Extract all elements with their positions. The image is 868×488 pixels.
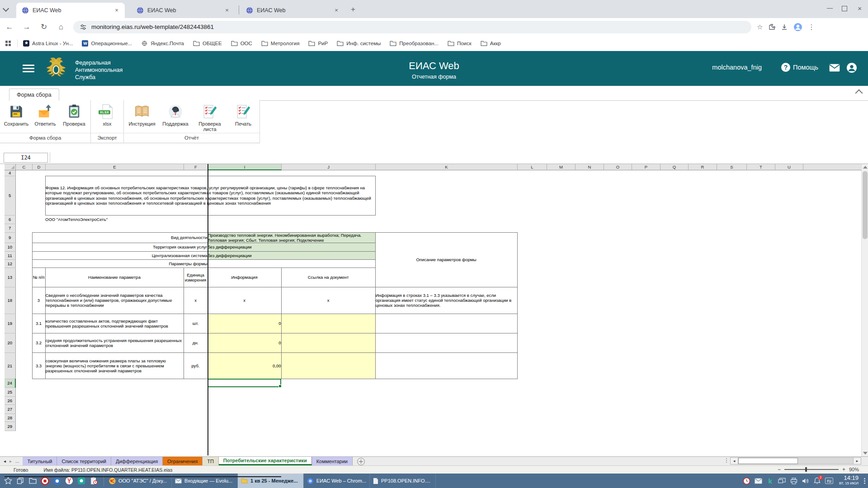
- forward-icon[interactable]: →: [19, 21, 34, 33]
- param-unit-cell[interactable]: руб.: [184, 352, 208, 379]
- param-name-cell[interactable]: средняя продолжительность устранения пре…: [45, 333, 184, 352]
- sheet-tab-kommentarii[interactable]: Комментарии: [312, 457, 353, 465]
- sheet-cell[interactable]: [32, 379, 45, 387]
- sheet-tab-titulny[interactable]: Титульный: [23, 457, 57, 465]
- sheet-cell[interactable]: [15, 224, 866, 232]
- param-link-cell[interactable]: [281, 314, 375, 333]
- bookmark-folder-obshchee[interactable]: ОБЩЕЕ: [193, 41, 222, 46]
- info-value-cell[interactable]: без дифференциации: [208, 243, 375, 251]
- bookmark-folder-rir[interactable]: РиР: [308, 41, 328, 46]
- print-button[interactable]: Печать: [229, 104, 258, 132]
- info-label-cell[interactable]: Параметры формы: [32, 259, 208, 267]
- sheet-tab-differentsiatsiya[interactable]: Дифференциация: [111, 457, 163, 465]
- param-num-cell[interactable]: 3.2: [32, 333, 45, 352]
- downloads-icon[interactable]: [781, 23, 788, 31]
- column-header[interactable]: L: [518, 164, 547, 170]
- table-header-cell[interactable]: Наименование параметра: [45, 267, 184, 287]
- sheet-cell[interactable]: [15, 251, 32, 259]
- browser-tab-3[interactable]: ЕИАС Web ×: [241, 3, 344, 18]
- info-label-cell[interactable]: Территория оказания услуг: [32, 243, 208, 251]
- sheet-cell[interactable]: [15, 333, 32, 352]
- check-button[interactable]: Проверка: [60, 104, 89, 132]
- sheet-cell[interactable]: [375, 215, 866, 224]
- param-info-cell[interactable]: 0: [208, 314, 281, 333]
- new-tab-button[interactable]: +: [349, 5, 357, 14]
- sheet-tab-potrebitelskie-active[interactable]: Потребительские характеристики: [219, 457, 312, 465]
- address-bar[interactable]: monitoring.eias.ru/web-template/24824438…: [73, 21, 751, 33]
- param-unit-cell[interactable]: шт.: [184, 314, 208, 333]
- column-header[interactable]: U: [775, 164, 803, 170]
- sheet-cell[interactable]: [517, 333, 866, 352]
- param-link-cell[interactable]: [281, 352, 375, 379]
- bookmark-folder-metrologia[interactable]: Метрология: [261, 41, 300, 46]
- scroll-up-icon[interactable]: [863, 166, 868, 169]
- yandex-icon[interactable]: [65, 476, 74, 485]
- k-description-cell[interactable]: Описание параметров формы: [375, 232, 517, 287]
- sheet-cell[interactable]: [184, 379, 208, 387]
- column-header[interactable]: N: [576, 164, 604, 170]
- sheet-cell[interactable]: [15, 404, 866, 413]
- param-info-cell[interactable]: х: [208, 287, 281, 314]
- param-desc-cell[interactable]: [375, 352, 517, 379]
- instruction-button[interactable]: Инструкция: [126, 104, 158, 132]
- window-minimize-button[interactable]: —: [827, 5, 833, 11]
- support-button[interactable]: Поддержка: [160, 104, 191, 132]
- sheet-cell[interactable]: [517, 232, 866, 243]
- site-settings-icon[interactable]: [80, 23, 87, 31]
- sheet-cell[interactable]: [15, 232, 32, 243]
- param-info-cell[interactable]: 0,00: [208, 352, 281, 379]
- column-header[interactable]: Q: [660, 164, 689, 170]
- param-num-cell[interactable]: 3.1: [32, 314, 45, 333]
- apps-grid-icon[interactable]: [5, 41, 11, 46]
- sheet-cell[interactable]: [517, 314, 866, 333]
- home-icon[interactable]: ⌂: [53, 21, 69, 33]
- row-header[interactable]: 18: [5, 287, 15, 314]
- row-header[interactable]: 12: [5, 259, 15, 267]
- zoom-slider-handle[interactable]: [805, 467, 807, 472]
- teal-app-icon[interactable]: [77, 476, 86, 485]
- row-header[interactable]: 11: [5, 251, 15, 259]
- back-icon[interactable]: ←: [2, 21, 17, 33]
- vertical-scroll-thumb[interactable]: [863, 171, 868, 239]
- notifications-bell-icon[interactable]: 2: [813, 477, 821, 485]
- keyboard-layout[interactable]: ru: [825, 478, 833, 484]
- sheet-cell[interactable]: [15, 387, 866, 396]
- printer-icon[interactable]: [790, 477, 797, 485]
- column-header[interactable]: T: [747, 164, 775, 170]
- sheet-tab-tp[interactable]: ТП: [203, 457, 219, 465]
- displays-icon[interactable]: [778, 477, 786, 485]
- vertical-scrollbar[interactable]: [861, 164, 868, 456]
- column-header[interactable]: F: [184, 164, 208, 170]
- alarm-icon[interactable]: [743, 477, 750, 485]
- bookmark-folder-akkr[interactable]: Аккр: [481, 41, 501, 46]
- sheet-cell[interactable]: [15, 287, 32, 314]
- row-header[interactable]: 29: [5, 422, 15, 431]
- zoom-slider[interactable]: [784, 469, 839, 470]
- window-maximize-button[interactable]: [842, 6, 847, 11]
- tray-mail-icon[interactable]: [755, 477, 762, 485]
- column-header[interactable]: E: [46, 164, 184, 170]
- param-desc-cell[interactable]: [375, 314, 517, 333]
- sheet-cell[interactable]: [15, 215, 45, 224]
- tab-close-icon[interactable]: ×: [113, 7, 120, 14]
- info-value-cell[interactable]: [208, 259, 375, 267]
- bookmark-yandex-mail[interactable]: Яндекс.Почта: [141, 41, 184, 46]
- horizontal-scroll-thumb[interactable]: [738, 458, 798, 464]
- sheet-cell[interactable]: [15, 243, 32, 251]
- column-header[interactable]: K: [376, 164, 518, 170]
- param-desc-cell[interactable]: Информация в строках 3.1 – 3.3 указывает…: [375, 287, 517, 314]
- help-button[interactable]: ? Помощь: [781, 63, 818, 72]
- clipboard-clock-icon[interactable]: [89, 476, 98, 485]
- first-sheet-icon[interactable]: ◂: [4, 459, 6, 464]
- sheet-cell[interactable]: [45, 379, 184, 387]
- row-header[interactable]: 20: [5, 333, 15, 352]
- selected-cell-I24[interactable]: [208, 379, 281, 387]
- ribbon-tab-forma-sbora[interactable]: Форма сбора: [9, 89, 59, 101]
- sheet-tab-spisok-territoriy[interactable]: Список территорий: [57, 457, 111, 465]
- bookmark-folder-poisk[interactable]: Поиск: [448, 41, 472, 46]
- row-header[interactable]: 5: [5, 176, 15, 215]
- profile-avatar[interactable]: [793, 23, 802, 32]
- fill-handle[interactable]: [278, 385, 281, 387]
- sheet-cell[interactable]: [15, 422, 866, 431]
- cell-name-box[interactable]: I24: [4, 153, 48, 163]
